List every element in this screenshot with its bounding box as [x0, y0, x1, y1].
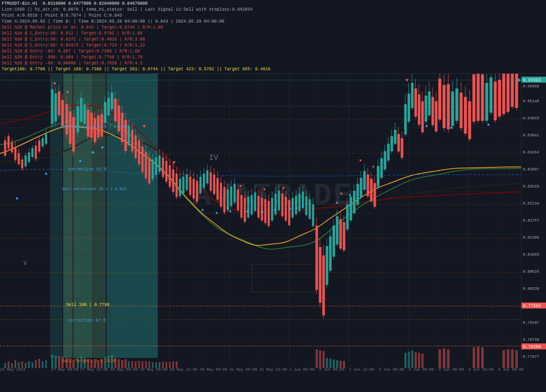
svg-text:▼: ▼ [142, 124, 146, 130]
svg-rect-405 [155, 362, 157, 368]
svg-rect-427 [439, 349, 441, 368]
svg-text:4 Jun 00:00: 4 Jun 00:00 [409, 368, 434, 372]
svg-rect-404 [152, 362, 154, 368]
svg-rect-430 [473, 347, 475, 368]
svg-text:▼: ▼ [372, 165, 375, 170]
svg-text:▲: ▲ [45, 171, 48, 176]
svg-rect-425 [418, 353, 420, 368]
svg-rect-369 [28, 361, 30, 368]
svg-text:0.77865: 0.77865 [523, 304, 541, 308]
svg-text:0.78730: 0.78730 [523, 338, 539, 342]
svg-text:29 May 16:00: 29 May 16:00 [170, 368, 197, 372]
svg-rect-426 [421, 354, 424, 368]
svg-rect-413 [319, 350, 321, 368]
svg-text:Sell Target1 | 0.7628: Sell Target1 | 0.7628 [62, 359, 116, 363]
svg-text:▲: ▲ [425, 123, 428, 128]
sell-line-6: Sell %20 @ Entry -500: 0.884 | Target:0.… [2, 55, 544, 61]
svg-rect-363 [8, 361, 9, 368]
svg-text:▲: ▲ [101, 144, 104, 150]
svg-rect-395 [121, 360, 123, 368]
svg-rect-371 [35, 360, 37, 368]
svg-text:▲: ▲ [336, 200, 338, 205]
svg-text:▼: ▼ [282, 186, 285, 191]
svg-rect-419 [340, 361, 342, 368]
chart-container: FTMUSDT-Bin.H1 0.8310000 0.8477000 0.828… [0, 0, 546, 392]
svg-rect-375 [51, 355, 53, 368]
svg-text:0.85968: 0.85968 [523, 84, 539, 89]
svg-rect-401 [142, 361, 143, 368]
svg-text:Sell 100 | 0.7786: Sell 100 | 0.7786 [66, 303, 110, 307]
svg-rect-400 [138, 361, 140, 368]
time-line: Time A:2024.05.02 | Time B: | Time B:202… [2, 19, 544, 25]
svg-text:0.80238: 0.80238 [523, 287, 539, 291]
svg-rect-372 [38, 359, 40, 368]
svg-rect-396 [125, 359, 127, 368]
svg-text:▲: ▲ [229, 209, 232, 213]
svg-text:5 Jun 08:00: 5 Jun 08:00 [498, 368, 523, 372]
svg-text:▲: ▲ [289, 206, 291, 211]
svg-text:▲: ▲ [377, 179, 379, 184]
svg-rect-365 [15, 360, 16, 368]
svg-text:▼: ▼ [340, 192, 343, 196]
top-bar: FTMUSDT-Bin.H1 0.8310000 0.8477000 0.828… [0, 0, 546, 74]
svg-text:0.82510: 0.82510 [523, 184, 539, 189]
svg-text:▲: ▲ [261, 210, 264, 214]
sell-line-2: Sell %10 @ C_Entry:38: 0.812 | Target:0.… [2, 31, 544, 37]
svg-rect-433 [502, 350, 505, 368]
svg-rect-412 [316, 349, 318, 368]
svg-rect-410 [172, 361, 174, 368]
svg-text:Sell correction 61.8 | 0.8372: Sell correction 61.8 | 0.8372 [61, 125, 128, 129]
svg-text:4 Jun 16:00: 4 Jun 16:00 [468, 368, 494, 372]
svg-rect-435 [511, 349, 514, 368]
svg-text:0.85148: 0.85148 [523, 99, 539, 104]
points-line: Point A:0.8518 | Point B:0.7874 | Point … [2, 13, 544, 19]
svg-rect-406 [159, 362, 160, 368]
svg-rect-402 [145, 361, 147, 368]
svg-text:2 Jun 00:00: 2 Jun 00:00 [319, 368, 344, 372]
svg-text:27 May 16:00: 27 May 16:00 [80, 368, 108, 372]
svg-text:▼: ▼ [263, 187, 266, 192]
sell-line-3: Sell %10 @ C_Entry:50: 0.8272 | Target:0… [2, 37, 544, 43]
svg-text:0.83641: 0.83641 [523, 133, 539, 138]
svg-text:▲: ▲ [450, 125, 453, 130]
targets-line: Target100: 0.7786 || Target 188: 0.7388 … [2, 66, 544, 72]
svg-rect-415 [326, 358, 328, 368]
svg-text:30 May 08:00: 30 May 08:00 [200, 368, 227, 372]
svg-text:▼: ▼ [359, 159, 362, 163]
svg-rect-445 [252, 264, 316, 292]
svg-text:25 May 2024: 25 May 2024 [0, 368, 25, 372]
svg-text:▲: ▲ [79, 158, 82, 163]
svg-text:28 May 08:00: 28 May 08:00 [110, 368, 138, 372]
svg-text:27 May 00:00: 27 May 00:00 [51, 368, 79, 372]
svg-rect-431 [477, 346, 479, 368]
svg-text:▲: ▲ [363, 186, 366, 191]
svg-rect-408 [166, 362, 167, 368]
svg-text:▼: ▼ [239, 184, 242, 189]
svg-text:▲: ▲ [201, 208, 204, 212]
svg-rect-373 [42, 361, 44, 368]
svg-rect-397 [128, 361, 130, 368]
svg-rect-424 [415, 352, 417, 368]
svg-text:0.82134: 0.82134 [523, 202, 539, 206]
svg-rect-428 [443, 349, 445, 368]
svg-text:▼: ▼ [172, 160, 176, 166]
svg-rect-434 [507, 349, 509, 368]
svg-text:▲: ▲ [92, 150, 95, 155]
svg-text:31 May 16:00: 31 May 16:00 [259, 368, 287, 372]
svg-rect-374 [45, 360, 47, 368]
svg-text:0.77977: 0.77977 [523, 355, 539, 359]
svg-text:▼: ▼ [66, 89, 69, 95]
svg-text:0.81380: 0.81380 [523, 236, 539, 240]
svg-text:0.84018: 0.84018 [523, 116, 539, 121]
svg-text:0.76380: 0.76380 [523, 345, 541, 349]
indicator-line1: Line:1580 || h1_atr_c0: 0.0079 | tema_h1… [2, 7, 544, 13]
svg-rect-376 [55, 356, 57, 368]
svg-text:correction 61:8: correction 61:8 [68, 167, 107, 172]
svg-rect-370 [32, 362, 33, 368]
svg-rect-421 [404, 353, 407, 368]
svg-rect-398 [131, 361, 133, 368]
svg-rect-417 [333, 360, 335, 368]
svg-text:▲: ▲ [349, 193, 351, 197]
svg-text:V: V [23, 260, 27, 267]
svg-rect-414 [322, 351, 325, 368]
